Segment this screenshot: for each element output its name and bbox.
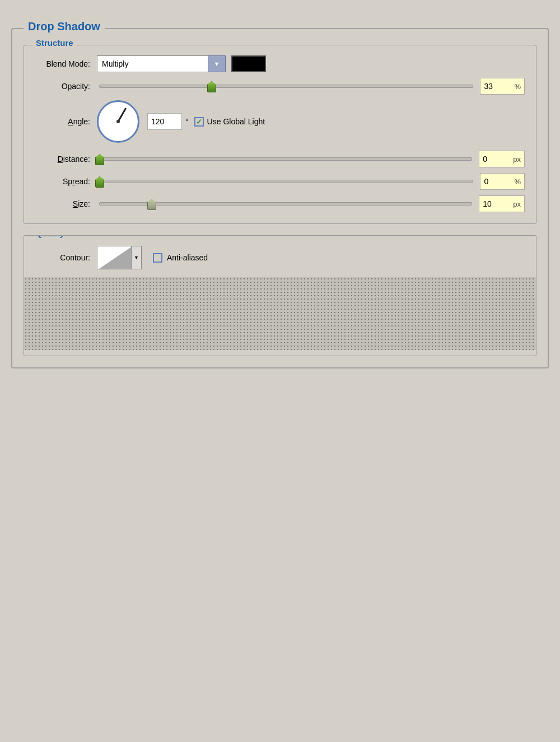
- blend-mode-select-wrapper[interactable]: Multiply Normal Screen Overlay ▼: [97, 55, 226, 72]
- anti-aliased-label: Anti-aliased: [167, 253, 208, 262]
- use-global-light-checkbox[interactable]: ✓: [194, 117, 204, 127]
- spread-label: Spread:: [35, 177, 97, 186]
- blend-mode-row: Blend Mode: Multiply Normal Screen Overl…: [35, 55, 525, 72]
- drop-shadow-title: Drop Shadow: [28, 20, 100, 32]
- quality-section-title: Quality: [36, 235, 64, 238]
- color-swatch[interactable]: [231, 55, 266, 72]
- checkbox-check-icon: ✓: [196, 118, 202, 125]
- contour-preview-svg: [97, 246, 132, 269]
- angle-unit: °: [185, 117, 189, 126]
- angle-input-wrapper: [147, 113, 182, 130]
- distance-slider-track[interactable]: [99, 157, 472, 161]
- distance-input-wrapper: px: [479, 151, 525, 167]
- structure-section-title: Structure: [36, 38, 73, 48]
- spread-input[interactable]: [480, 174, 514, 189]
- angle-row: Angle: °: [35, 100, 525, 143]
- opacity-label: Opacity:: [35, 82, 97, 91]
- size-slider-track[interactable]: [99, 202, 472, 206]
- use-global-light-label: Use Global Light: [207, 117, 265, 126]
- angle-dial[interactable]: [97, 100, 139, 143]
- opacity-input[interactable]: [480, 78, 514, 94]
- anti-aliased-checkbox[interactable]: [153, 253, 162, 263]
- size-unit: px: [513, 200, 524, 208]
- quality-section: Quality Contour:: [24, 235, 536, 356]
- use-global-light-wrapper: ✓ Use Global Light: [194, 117, 265, 127]
- angle-label: Angle:: [35, 117, 97, 126]
- spread-slider-track[interactable]: [99, 180, 473, 183]
- dotted-pattern: [24, 277, 536, 350]
- spread-unit: %: [514, 178, 524, 186]
- contour-label: Contour:: [35, 253, 97, 262]
- angle-dial-center: [116, 120, 120, 123]
- distance-row: Distance: px: [35, 151, 525, 167]
- contour-arrow-icon: ▼: [134, 255, 139, 260]
- contour-row: Contour: ▼: [35, 246, 525, 269]
- distance-label: Distance:: [35, 155, 97, 164]
- contour-dropdown-btn[interactable]: ▼: [132, 246, 142, 269]
- opacity-input-wrapper: %: [480, 78, 525, 95]
- size-input[interactable]: [479, 196, 513, 212]
- opacity-slider-thumb[interactable]: [207, 81, 216, 92]
- size-label: Size:: [35, 199, 97, 208]
- size-slider-thumb[interactable]: [147, 199, 156, 210]
- spread-input-wrapper: %: [480, 173, 525, 190]
- opacity-row: Opacity: %: [35, 78, 525, 95]
- size-row: Size: px: [35, 195, 525, 212]
- distance-input[interactable]: [479, 151, 513, 167]
- svg-marker-0: [97, 246, 132, 269]
- contour-control[interactable]: ▼: [97, 246, 142, 269]
- size-input-wrapper: px: [479, 195, 525, 212]
- anti-aliased-wrapper: Anti-aliased: [153, 253, 208, 263]
- contour-thumbnail[interactable]: [97, 246, 132, 269]
- blend-mode-select[interactable]: Multiply Normal Screen Overlay: [97, 55, 226, 72]
- opacity-slider-track[interactable]: [99, 85, 473, 88]
- opacity-unit: %: [514, 82, 524, 91]
- spread-row: Spread: %: [35, 173, 525, 190]
- blend-mode-label: Blend Mode:: [35, 59, 97, 68]
- distance-unit: px: [513, 155, 524, 164]
- angle-input[interactable]: [148, 114, 181, 129]
